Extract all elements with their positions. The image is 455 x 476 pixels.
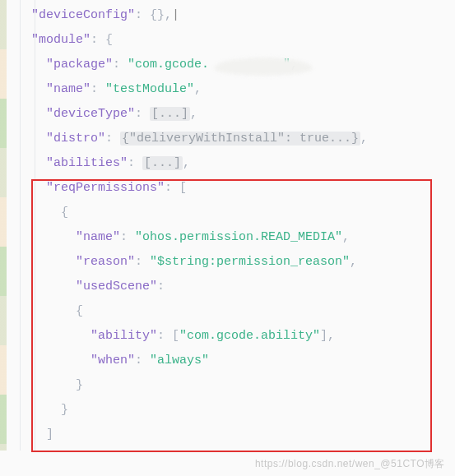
json-punct: :: [157, 280, 165, 293]
code-line: "name": "ohos.permission.READ_MEDIA",: [7, 225, 455, 250]
json-key: "usedScene": [76, 280, 157, 293]
json-punct: ,: [342, 230, 350, 244]
json-key: "module": [31, 33, 91, 47]
json-key: "name": [46, 82, 91, 96]
gutter: [0, 0, 7, 451]
folded-region[interactable]: {"deliveryWithInstall": true...}: [120, 132, 360, 146]
code-line: }: [7, 373, 455, 398]
json-punct: :: [135, 107, 150, 121]
json-key: "package": [46, 58, 113, 72]
json-punct: : [: [165, 181, 187, 195]
json-string: "testModule": [105, 82, 194, 96]
code-line: "when": "always": [7, 349, 455, 373]
json-punct: ],: [320, 329, 335, 343]
code-line: "abilities": [...],: [7, 151, 455, 176]
json-key: "name": [76, 230, 120, 244]
json-punct: :: [128, 156, 142, 170]
code-line: "name": "testModule",: [7, 77, 455, 102]
json-punct: :: [105, 132, 120, 146]
json-punct: ,: [165, 8, 172, 22]
code-line: "reqPermissions": [: [7, 176, 455, 201]
json-key: "reqPermissions": [46, 181, 165, 195]
json-brace: }: [61, 403, 68, 417]
json-key: "reason": [76, 255, 135, 269]
code-line: "distro": {"deliveryWithInstall": true..…: [7, 127, 455, 151]
watermark-text: https://blog.csdn.net/wen_@51CTO博客: [255, 457, 445, 471]
redaction-smudge: [214, 58, 313, 76]
code-line: "reason": "$string:permission_reason",: [7, 250, 455, 275]
folded-region[interactable]: [...]: [142, 156, 183, 170]
json-punct: ,: [350, 255, 357, 269]
code-line: {: [7, 201, 455, 225]
json-punct: :: [120, 230, 135, 244]
json-brace: {: [76, 304, 83, 318]
json-key: "deviceConfig": [31, 8, 135, 22]
code-line: }: [7, 398, 455, 423]
json-key: "distro": [46, 132, 105, 146]
json-punct: :: [91, 82, 105, 96]
code-line: "deviceConfig": {},|: [7, 3, 455, 28]
json-string: "com.gcode.ability": [179, 329, 320, 343]
json-key: "when": [91, 354, 135, 367]
json-key: "abilities": [46, 156, 128, 170]
json-punct: : {: [91, 33, 113, 47]
folded-region[interactable]: [...]: [150, 107, 190, 121]
text-cursor: |: [172, 8, 179, 22]
json-key: "ability": [91, 329, 157, 343]
json-string: "ohos.permission.READ_MEDIA": [135, 230, 342, 244]
json-punct: :: [135, 255, 150, 269]
code-line: "deviceType": [...],: [7, 102, 455, 127]
json-brace: }: [76, 378, 83, 392]
code-line: "ability": ["com.gcode.ability"],: [7, 324, 455, 349]
json-brace: {: [61, 206, 68, 220]
json-string: "$string:permission_reason": [150, 255, 350, 269]
json-punct: ,: [190, 107, 197, 121]
json-punct: : [: [157, 329, 179, 343]
json-string: "always": [150, 354, 209, 367]
json-punct: ,: [194, 82, 202, 96]
json-punct: : {}: [135, 8, 165, 22]
json-punct: :: [135, 354, 150, 367]
code-editor: "deviceConfig": {},| "module": { "packag…: [0, 0, 455, 451]
json-punct: ,: [360, 132, 368, 146]
json-punct: :: [113, 58, 128, 72]
json-punct: ,: [183, 156, 190, 170]
code-line: ]: [7, 423, 455, 447]
code-line: {: [7, 299, 455, 324]
code-line: "module": {: [7, 28, 455, 53]
code-line: "usedScene":: [7, 275, 455, 299]
json-key: "deviceType": [46, 107, 135, 121]
json-bracket: ]: [46, 427, 53, 441]
